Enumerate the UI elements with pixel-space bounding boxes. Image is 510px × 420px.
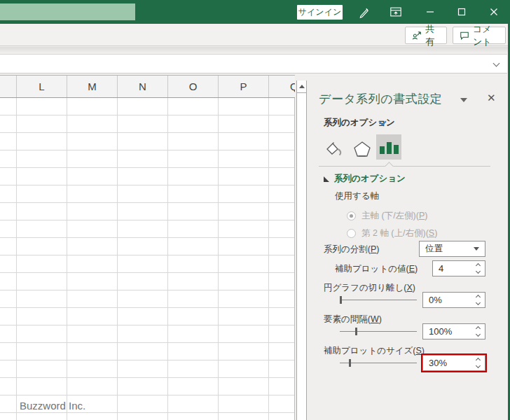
spinner-arrows-icon[interactable]: [474, 356, 482, 370]
column-header-Q[interactable]: Q: [269, 76, 295, 97]
share-button[interactable]: 共有: [405, 27, 447, 44]
column-header-P[interactable]: P: [219, 76, 269, 97]
format-data-series-pane: データ系列の書式設定 ✕ 系列のオプション 系列のオプション 使用する軸 主軸 …: [307, 75, 508, 420]
scroll-up-button[interactable]: [297, 80, 306, 93]
spinner-arrows-icon[interactable]: [474, 261, 482, 276]
plot-value-label: 補助プロットの値E: [335, 263, 418, 275]
radio-icon: [347, 211, 356, 220]
vertical-scrollbar[interactable]: [296, 80, 307, 420]
formula-bar-expand-icon[interactable]: [494, 61, 500, 67]
pane-close-icon[interactable]: ✕: [487, 92, 496, 104]
second-plot-size-spinner[interactable]: 30%: [422, 355, 485, 371]
column-header-sliver[interactable]: [0, 76, 17, 97]
plot-value-spinner[interactable]: 4: [432, 260, 485, 276]
column-header-M[interactable]: M: [67, 76, 118, 97]
gap-width-spinner[interactable]: 100%: [422, 323, 485, 340]
spreadsheet-grid: L M N O P Q Buzzword Inc.: [0, 75, 295, 420]
comment-label: コメント: [473, 23, 499, 48]
spinner-arrows-icon[interactable]: [474, 293, 482, 307]
radio-primary-label: 主軸 (下/左側): [361, 211, 416, 220]
column-headers: L M N O P Q: [0, 75, 295, 98]
axis-group-label: 使用する軸: [335, 190, 379, 202]
series-options-icon[interactable]: [376, 134, 401, 160]
column-header-N[interactable]: N: [118, 76, 168, 97]
fill-icon[interactable]: [320, 134, 345, 160]
collapse-triangle-icon: [324, 176, 329, 182]
second-plot-size-label: 補助プロットのサイズS: [324, 345, 425, 357]
effects-icon[interactable]: [350, 134, 375, 160]
column-header-O[interactable]: O: [168, 76, 219, 97]
scroll-up-icon: [299, 85, 305, 88]
comment-icon: [460, 31, 469, 41]
selected-tab-notch: [385, 162, 394, 171]
spinner-arrows-icon[interactable]: [474, 324, 482, 339]
ribbon-strip: 共有 コメント: [0, 24, 510, 46]
series-options-section-header[interactable]: 系列のオプション: [324, 173, 406, 185]
formula-bar[interactable]: [0, 54, 507, 74]
dropdown-arrow-icon: [474, 247, 479, 251]
sign-in-button[interactable]: サインイン: [297, 5, 343, 20]
pane-title: データ系列の書式設定: [319, 91, 442, 107]
plot-value: 4: [439, 263, 443, 274]
minimize-icon[interactable]: [422, 4, 439, 20]
ink-pen-icon[interactable]: [356, 4, 373, 20]
pie-explosion-spinner[interactable]: 0%: [422, 292, 485, 308]
cell-area[interactable]: Buzzword Inc.: [0, 98, 295, 420]
cell-text: Buzzword Inc.: [20, 397, 85, 414]
column-header-L[interactable]: L: [17, 76, 67, 97]
gap-width-label: 要素の間隔W: [324, 314, 382, 326]
pie-explosion-slider[interactable]: [340, 295, 417, 304]
radio-primary-axis[interactable]: 主軸 (下/左側)P: [347, 210, 427, 222]
share-label: 共有: [425, 23, 440, 48]
series-split-dropdown[interactable]: 位置: [419, 241, 485, 257]
second-plot-size-value: 30%: [429, 358, 447, 368]
bar-chart-glyph: [380, 142, 399, 154]
title-bar: サインイン: [0, 0, 510, 24]
close-icon[interactable]: [485, 4, 502, 20]
pie-explosion-label: 円グラフの切り離しX: [324, 282, 415, 294]
maximize-icon[interactable]: [453, 4, 470, 20]
pane-divider: [319, 166, 490, 167]
gap-width-slider[interactable]: [340, 327, 417, 335]
section-title: 系列のオプション: [334, 173, 406, 185]
radio-icon: [347, 229, 356, 238]
series-split-value: 位置: [425, 243, 443, 255]
second-plot-size-slider[interactable]: [340, 358, 417, 367]
document-title-blur: [0, 4, 135, 20]
radio-secondary-label: 第 2 軸 (上/右側): [361, 228, 426, 238]
comment-button[interactable]: コメント: [453, 27, 506, 44]
share-icon: [412, 31, 422, 41]
pane-title-dropdown-icon[interactable]: [460, 98, 467, 102]
ribbon-bottom-shadow: [0, 47, 510, 54]
ribbon-display-options-icon[interactable]: [387, 4, 404, 20]
radio-secondary-axis[interactable]: 第 2 軸 (上/右側)S: [347, 227, 437, 239]
pie-explosion-value: 0%: [429, 295, 442, 305]
gap-width-value: 100%: [429, 326, 452, 337]
series-split-label: 系列の分割P: [324, 244, 379, 255]
